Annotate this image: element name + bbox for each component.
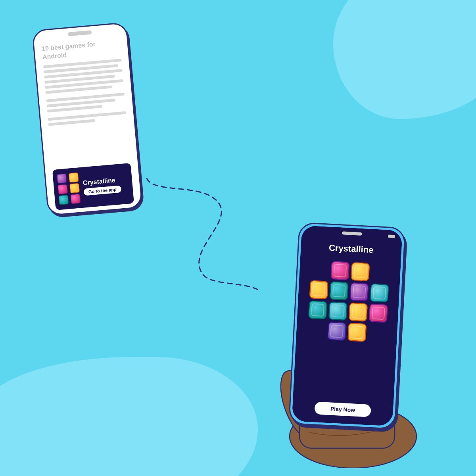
- dashed-arrow: [123, 171, 270, 298]
- hand-phone-group: Crystalline: [262, 222, 468, 468]
- text-lines-group-2: [46, 92, 126, 115]
- right-app-title: Crystalline: [328, 243, 374, 255]
- gem-yellow: [309, 280, 328, 299]
- ad-app-name: Crystalline: [83, 177, 115, 186]
- bg-blob-bottom: [0, 357, 258, 476]
- ad-gem-yellow2: [69, 183, 80, 193]
- play-now-button[interactable]: Play Now: [314, 401, 371, 417]
- gem-pink: [369, 303, 388, 322]
- text-lines-group-1: [43, 59, 124, 96]
- right-phone-outer: Crystalline: [288, 222, 406, 430]
- ad-gems-grid: [57, 172, 82, 205]
- gem-teal: [308, 300, 327, 319]
- grid-spacer: [371, 263, 390, 282]
- gem-yellow: [347, 322, 367, 342]
- right-phone-content: Crystalline: [292, 225, 403, 426]
- ad-gem-pink2: [70, 194, 81, 204]
- ad-gem-purple: [57, 173, 67, 184]
- grid-spacer: [368, 324, 387, 343]
- battery-indicator: [388, 234, 395, 238]
- gem-yellow: [351, 262, 370, 281]
- gem-cyan: [370, 283, 389, 302]
- ad-gem-teal: [59, 195, 69, 205]
- gem-pink: [330, 261, 349, 280]
- go-to-app-button[interactable]: Go to the app: [83, 185, 121, 196]
- article-title: 10 best games for Android: [41, 38, 121, 61]
- right-phone-inner: Crystalline: [292, 225, 403, 426]
- ad-text-column: Crystalline Go to the app: [83, 175, 129, 196]
- ad-gem-yellow: [68, 173, 79, 183]
- grid-spacer: [310, 260, 329, 279]
- grid-spacer: [307, 321, 326, 340]
- ad-gem-pink: [58, 184, 68, 194]
- battery-icon: [388, 234, 395, 238]
- ad-banner: Crystalline Go to the app: [52, 163, 134, 210]
- gem-cyan: [328, 301, 347, 321]
- right-phone-wrapper: Crystalline: [288, 222, 461, 433]
- gem-purple: [349, 282, 369, 301]
- gems-grid: [307, 260, 390, 343]
- gem-yellow: [348, 303, 367, 322]
- gem-teal: [329, 281, 348, 300]
- gem-lavender: [327, 322, 346, 341]
